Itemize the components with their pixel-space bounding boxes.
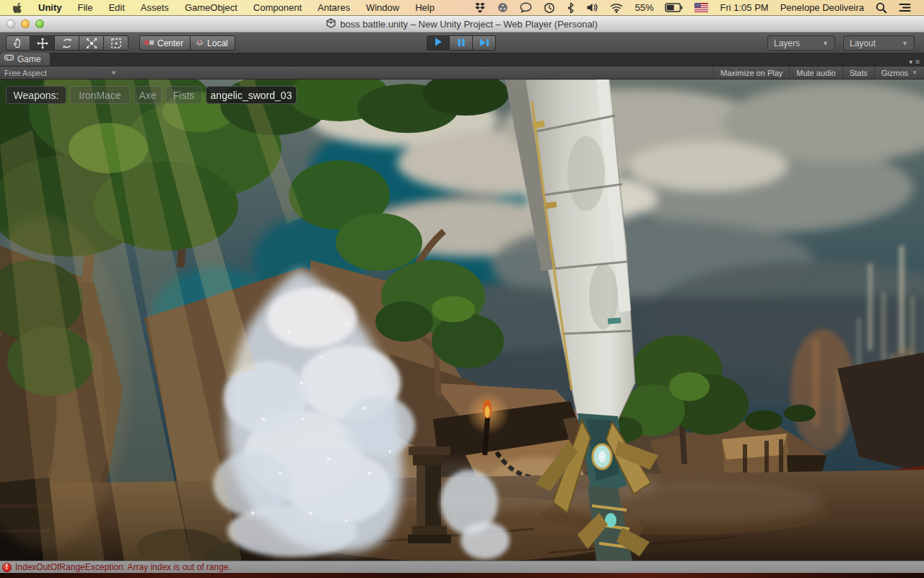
error-icon: ! — [2, 563, 12, 572]
game-control-strip: Free Aspect ▼ Maximize on Play Mute audi… — [0, 66, 924, 79]
battery-percent[interactable]: 55% — [629, 0, 659, 16]
weapon-button-angelic-sword[interactable]: angelic_sword_03 — [206, 86, 297, 104]
unity-toolbar: Center Local Layers ▼ Layout ▼ — [0, 33, 924, 53]
minimize-button[interactable] — [21, 20, 30, 28]
disc-icon[interactable] — [492, 0, 514, 16]
weapon-button-ironmace[interactable]: IronMace — [70, 86, 130, 104]
pause-icon — [457, 37, 466, 50]
menu-component[interactable]: Component — [245, 0, 310, 16]
pivot-label: Center — [157, 38, 183, 48]
battery-icon[interactable] — [659, 0, 689, 16]
game-tab-bar: Game ▾ ≡ — [0, 53, 924, 66]
play-button[interactable] — [427, 35, 450, 51]
menu-antares[interactable]: Antares — [310, 0, 358, 16]
panel-menu-icon[interactable]: ≡ — [915, 58, 920, 66]
layout-dropdown[interactable]: Layout ▼ — [843, 35, 915, 51]
stats-button[interactable]: Stats — [842, 66, 874, 79]
rect-tool-button[interactable] — [104, 35, 128, 51]
unity-cube-icon — [326, 18, 336, 30]
menu-edit[interactable]: Edit — [100, 0, 132, 16]
scale-icon — [86, 38, 97, 49]
move-tool-button[interactable] — [30, 35, 55, 51]
menu-help[interactable]: Help — [407, 0, 443, 16]
pivot-icon — [144, 38, 154, 48]
space-local-button[interactable]: Local — [191, 35, 235, 51]
rotate-tool-button[interactable] — [55, 35, 79, 51]
user-menu[interactable]: Penelope Deoliveira — [775, 0, 870, 16]
play-icon — [433, 37, 443, 50]
mute-audio-button[interactable]: Mute audio — [789, 66, 842, 79]
time-machine-icon[interactable] — [538, 0, 561, 16]
weapon-button-fists[interactable]: Fists — [165, 86, 202, 104]
macos-menu-bar: Unity File Edit Assets GameObject Compon… — [0, 0, 924, 16]
step-button[interactable] — [473, 35, 496, 51]
rotate-icon — [61, 38, 73, 49]
hand-icon — [13, 38, 24, 48]
dropbox-icon[interactable] — [468, 0, 492, 16]
zoom-button[interactable] — [35, 20, 44, 28]
move-icon — [37, 38, 48, 49]
error-message: IndexOutOfRangeException: Array index is… — [15, 562, 231, 572]
weapon-button-axe[interactable]: Axe — [134, 86, 162, 104]
notification-center-icon[interactable] — [893, 0, 917, 16]
menu-window[interactable]: Window — [358, 0, 407, 16]
chat-bubble-icon[interactable] — [514, 0, 538, 16]
window-title: boss battle.unity – New Unity Project – … — [340, 19, 598, 30]
chevron-down-icon: ▼ — [822, 40, 829, 47]
us-flag-icon[interactable] — [689, 0, 714, 16]
weapons-hud: Weapons: IronMace Axe Fists angelic_swor… — [6, 86, 297, 104]
spotlight-search-icon[interactable] — [870, 0, 893, 16]
console-status-bar[interactable]: ! IndexOutOfRangeException: Array index … — [0, 561, 924, 573]
pivot-center-button[interactable]: Center — [139, 35, 191, 51]
close-button[interactable] — [6, 20, 15, 28]
apple-menu-icon[interactable] — [9, 2, 30, 14]
local-cube-icon — [195, 38, 204, 49]
wifi-icon[interactable] — [604, 0, 629, 16]
vignette — [0, 79, 924, 561]
tab-game[interactable]: Game — [0, 53, 50, 66]
menu-assets[interactable]: Assets — [133, 0, 177, 16]
rect-transform-icon — [110, 38, 122, 49]
aspect-dropdown[interactable]: Free Aspect ▼ — [0, 66, 121, 79]
pause-button[interactable] — [450, 35, 473, 51]
layers-label: Layers — [774, 38, 800, 48]
hand-tool-button[interactable] — [6, 35, 30, 51]
desktop-wallpaper — [0, 573, 924, 578]
gizmos-dropdown[interactable]: Gizmos ▼ — [874, 66, 924, 79]
chevron-down-icon: ▼ — [912, 69, 918, 76]
chevron-down-icon: ▼ — [902, 40, 908, 47]
layers-dropdown[interactable]: Layers ▼ — [767, 35, 835, 51]
gizmos-label: Gizmos — [881, 69, 908, 77]
tab-game-label: Game — [17, 54, 41, 64]
chevron-down-icon: ▼ — [110, 69, 117, 77]
window-title-bar[interactable]: boss battle.unity – New Unity Project – … — [0, 16, 924, 33]
maximize-on-play-button[interactable]: Maximize on Play — [713, 66, 789, 79]
game-scene — [0, 79, 924, 561]
menu-gameobject[interactable]: GameObject — [177, 0, 245, 16]
menu-file[interactable]: File — [70, 0, 101, 16]
bluetooth-icon[interactable] — [561, 0, 580, 16]
panel-dropdown-icon[interactable]: ▾ — [909, 58, 912, 66]
menu-clock[interactable]: Fri 1:05 PM — [714, 0, 774, 16]
volume-icon[interactable] — [580, 0, 604, 16]
aspect-label: Free Aspect — [4, 69, 47, 77]
space-label: Local — [207, 38, 228, 48]
game-view: Weapons: IronMace Axe Fists angelic_swor… — [0, 79, 924, 561]
layout-label: Layout — [850, 38, 876, 48]
scale-tool-button[interactable] — [79, 35, 104, 51]
menu-unity[interactable]: Unity — [30, 0, 70, 16]
gamepad-icon — [4, 54, 14, 64]
weapons-label: Weapons: — [6, 86, 66, 104]
step-icon — [479, 37, 489, 50]
